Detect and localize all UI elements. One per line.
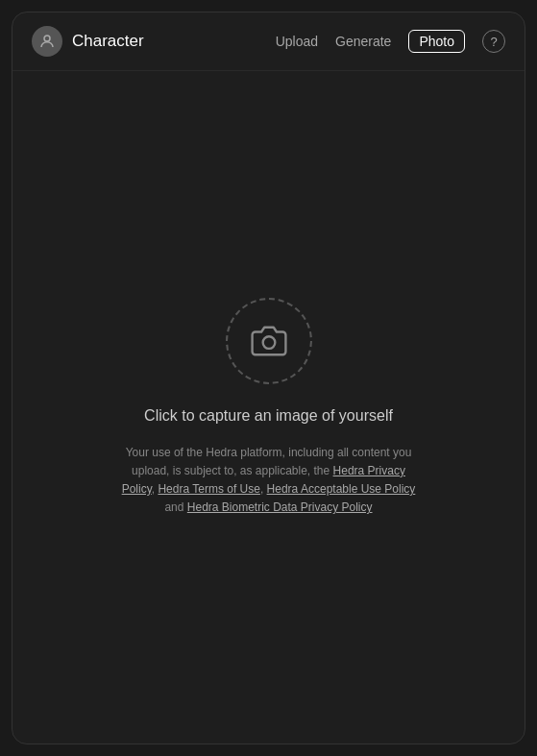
biometric-policy-link[interactable]: Hedra Biometric Data Privacy Policy [187,500,373,514]
header-actions: Upload Generate Photo ? [276,30,505,53]
help-button[interactable]: ? [482,30,505,53]
svg-point-0 [44,36,50,41]
avatar [32,26,62,57]
generate-button[interactable]: Generate [335,34,391,49]
upload-button[interactable]: Upload [276,34,318,49]
policy-and: and [164,500,183,514]
camera-capture-button[interactable] [226,298,312,384]
photo-button[interactable]: Photo [408,30,465,53]
acceptable-use-link[interactable]: Hedra Acceptable Use Policy [267,482,416,496]
svg-point-1 [262,336,275,349]
camera-icon [251,323,287,359]
main-card: Character Upload Generate Photo ? Click … [12,12,525,744]
header: Character Upload Generate Photo ? [12,12,525,71]
main-content: Click to capture an image of yourself Yo… [12,71,525,744]
policy-text: Your use of the Hedra platform, includin… [115,444,423,518]
page-title: Character [72,32,144,51]
capture-label: Click to capture an image of yourself [144,407,393,425]
terms-of-use-link[interactable]: Hedra Terms of Use [158,482,259,496]
header-left: Character [32,26,144,57]
